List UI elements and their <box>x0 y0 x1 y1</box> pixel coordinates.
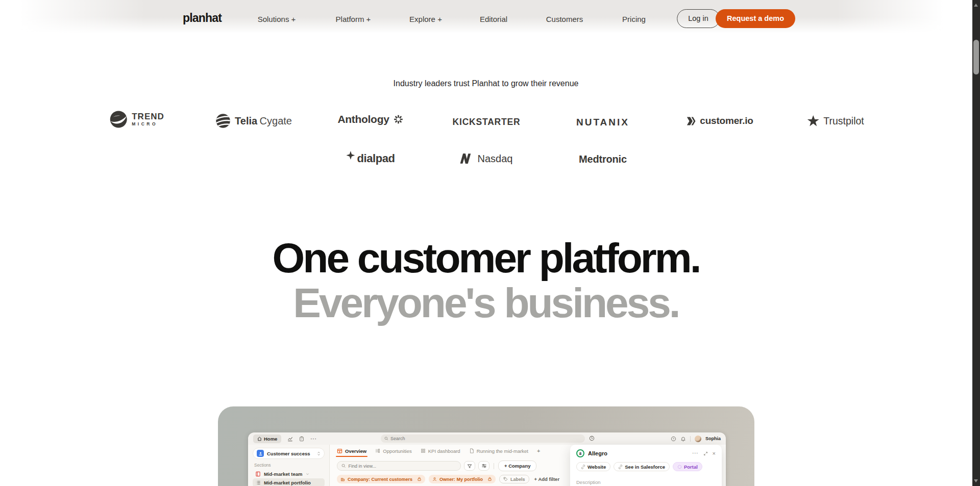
nasdaq-n-icon <box>460 152 474 165</box>
tab-kpi-dashboard[interactable]: KPI dashboard <box>421 448 460 457</box>
nav-item-explore[interactable]: Explore + <box>409 15 442 23</box>
panel-header-icons: ··· × <box>693 450 716 456</box>
logo-medtronic: Medtronic <box>579 154 627 165</box>
find-in-view-input[interactable] <box>348 464 456 469</box>
workspace-switcher[interactable]: Customer success <box>253 448 325 459</box>
tab-label: Opportunities <box>383 448 412 454</box>
sidebar-item-mid-market-team[interactable]: Mid-market team <box>253 470 325 478</box>
tag-icon <box>503 477 508 481</box>
anthology-wordmark: Anthology <box>337 113 389 125</box>
logo-anthology: Anthology <box>337 113 403 125</box>
app-top-right-group: Sophia <box>671 432 721 445</box>
tab-label: Overview <box>345 448 366 454</box>
clipboard-icon <box>299 436 304 442</box>
request-demo-button[interactable]: Request a demo <box>716 9 795 28</box>
scrollbar-thumb[interactable] <box>973 40 979 74</box>
nav-item-platform[interactable]: Platform + <box>336 15 371 23</box>
link-icon <box>581 465 585 469</box>
see-in-salesforce-button[interactable]: See in Salesforce <box>614 462 670 471</box>
home-tab[interactable]: Home <box>253 434 281 443</box>
chart-view-button[interactable] <box>287 436 293 442</box>
customerio-chevrons-icon <box>686 116 696 126</box>
global-search-bar[interactable] <box>381 434 585 443</box>
recent-history-button[interactable] <box>589 436 595 442</box>
tasks-view-button[interactable] <box>299 436 304 442</box>
top-bar-divider <box>690 436 691 442</box>
workspace-avatar <box>257 450 264 457</box>
customerio-wordmark: customer.io <box>700 115 753 126</box>
find-in-view-box[interactable] <box>337 461 461 471</box>
telia-sphere-icon <box>215 113 231 129</box>
nav-item-customers[interactable]: Customers <box>546 15 583 23</box>
sort-chevrons-icon <box>317 451 321 456</box>
company-name: Allegro <box>588 450 689 456</box>
logo-nasdaq: Nasdaq <box>460 152 513 165</box>
toolbar-divider <box>494 463 494 469</box>
clock-icon <box>589 436 595 441</box>
help-icon[interactable] <box>671 436 676 442</box>
scrollbar-down-arrow[interactable] <box>974 479 978 482</box>
list-icon <box>255 480 261 485</box>
search-icon <box>341 464 346 468</box>
filter-pill-company[interactable]: Company: Current customers <box>337 475 425 483</box>
add-filter-button[interactable]: + Add filter <box>534 476 560 482</box>
logo-trend-micro: TREND MICRO <box>109 110 164 129</box>
login-button[interactable]: Log in <box>677 9 720 28</box>
panel-header: 8 Allegro ··· × <box>576 449 716 457</box>
planhat-logo[interactable]: planhat <box>183 11 222 25</box>
filter-label: Company: Current customers <box>348 477 412 482</box>
tab-opportunities[interactable]: Opportunities <box>375 448 412 457</box>
nav-item-editorial[interactable]: Editorial <box>480 15 507 23</box>
app-top-bar: Home ··· <box>248 432 726 445</box>
sidebar-item-mid-market-portfolio[interactable]: Mid-market portfolio <box>253 478 325 486</box>
trust-heading: Industry leaders trust Planhat to grow t… <box>394 79 579 88</box>
tab-running-mid-market[interactable]: Running the mid-market <box>469 448 528 457</box>
nutanix-wordmark: NUTANIX <box>576 117 629 128</box>
user-avatar[interactable] <box>695 436 701 442</box>
person-icon <box>432 477 437 481</box>
panel-overflow-button[interactable]: ··· <box>693 451 699 456</box>
lock-icon <box>417 477 422 481</box>
logo-dialpad: dialpad <box>346 152 395 165</box>
hero-line-2: Everyone's business. <box>273 280 700 325</box>
close-icon[interactable]: × <box>713 450 716 456</box>
chevron-down-icon <box>306 472 309 476</box>
filter-pill-labels[interactable]: Labels <box>499 475 529 483</box>
filter-button[interactable] <box>464 461 475 471</box>
filter-label: Labels <box>510 477 525 482</box>
line-chart-icon <box>287 436 293 442</box>
filter-pill-owner[interactable]: Owner: My portfolio <box>429 475 496 483</box>
action-label: Portal <box>684 464 698 470</box>
planhat-landing-page: planhat Solutions + Platform + Explore +… <box>0 0 980 486</box>
funnel-icon <box>467 464 472 469</box>
link-icon <box>618 465 623 469</box>
nav-item-pricing[interactable]: Pricing <box>622 15 646 23</box>
dotted-circle-icon <box>677 465 682 469</box>
hero-heading: One customer platform. Everyone's busine… <box>273 236 700 325</box>
page-scrollbar[interactable] <box>972 0 980 486</box>
nasdaq-wordmark: Nasdaq <box>478 153 513 165</box>
building-icon <box>340 477 345 481</box>
add-company-button[interactable]: + Company <box>498 461 536 471</box>
notifications-bell-icon[interactable] <box>680 436 686 442</box>
settings-button[interactable] <box>478 461 489 471</box>
logo-telia-cygate: Telia Cygate <box>215 113 292 129</box>
action-label: Website <box>587 464 606 470</box>
add-view-button[interactable]: + <box>537 448 540 457</box>
trustpilot-star-icon <box>807 115 819 127</box>
panel-actions: Website See in Salesforce Portal <box>576 462 716 471</box>
trend-micro-wordmark: TREND MICRO <box>132 112 164 126</box>
team-book-icon <box>255 471 261 477</box>
scrollbar-up-arrow[interactable] <box>974 4 978 7</box>
website-button[interactable]: Website <box>576 462 610 471</box>
tab-label: Running the mid-market <box>477 448 528 454</box>
app-sidebar: Customer success Sections Mid-market tea… <box>248 445 330 486</box>
expand-icon[interactable] <box>703 451 708 456</box>
sliders-icon <box>481 463 487 469</box>
logo-kickstarter: KICKSTARTER <box>453 117 521 127</box>
portal-button[interactable]: Portal <box>673 462 702 471</box>
nav-item-solutions[interactable]: Solutions + <box>258 15 296 23</box>
global-search-input[interactable] <box>390 436 568 441</box>
more-menu-button[interactable]: ··· <box>310 436 317 442</box>
tab-overview[interactable]: Overview <box>337 448 366 457</box>
